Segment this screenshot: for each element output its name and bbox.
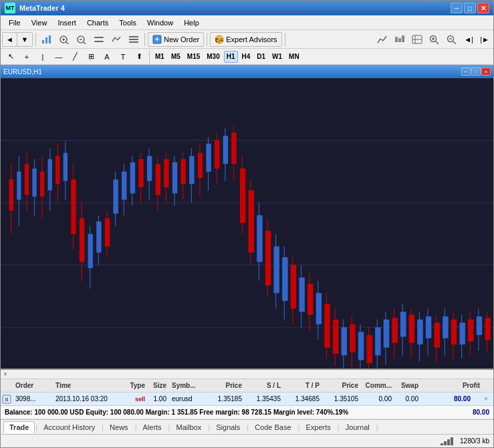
svg-rect-97 [231, 132, 236, 164]
order-sl: 1.35435 [245, 395, 283, 403]
menu-help[interactable]: Help [178, 17, 205, 28]
timeframe-d1[interactable]: D1 [254, 51, 268, 63]
expert-advisors-label: Expert Advisors [226, 35, 277, 43]
tab-journal[interactable]: Journal [340, 421, 376, 433]
terminal-close-icon[interactable]: × [3, 370, 7, 378]
svg-rect-79 [156, 164, 160, 195]
chart-scroll-button[interactable] [91, 32, 107, 47]
svg-rect-103 [257, 215, 262, 262]
timeframe-w1[interactable]: W1 [269, 51, 285, 63]
nav-down-button[interactable]: ▼ [17, 33, 32, 46]
svg-rect-69 [113, 179, 118, 213]
chart-wrapper: Terminal EURUSD,H1 ─ □ × [1, 65, 493, 368]
nav-left-button[interactable]: ◄ [3, 33, 17, 46]
svg-rect-61 [80, 219, 84, 262]
zoom-out-button2[interactable] [444, 32, 460, 47]
chart-max-btn[interactable]: □ [471, 68, 481, 76]
chart-zoom-out-button[interactable] [74, 32, 90, 47]
tab-account-history[interactable]: Account History [37, 421, 101, 433]
svg-line-8 [84, 42, 86, 44]
svg-rect-105 [265, 231, 271, 285]
order-close-button[interactable]: × [484, 395, 493, 403]
svg-line-36 [453, 41, 457, 44]
tab-news[interactable]: News [104, 421, 134, 433]
timeframe-mn[interactable]: MN [286, 51, 302, 63]
main-window: MT MetaTrader 4 ─ □ ✕ File View Insert C… [0, 0, 494, 448]
tab-experts[interactable]: Experts [299, 421, 336, 433]
crosshair-tool[interactable]: + [19, 49, 34, 64]
new-chart-button[interactable] [39, 32, 55, 47]
tab-trade[interactable]: Trade [3, 421, 35, 433]
svg-line-22 [378, 39, 380, 43]
timeframe-h4[interactable]: H4 [239, 51, 253, 63]
sep5 [149, 50, 150, 64]
terminal-close-bar: × [1, 370, 493, 379]
svg-rect-160 [441, 443, 443, 445]
total-profit: 80.00 [473, 409, 489, 416]
chart-min-btn[interactable]: ─ [461, 68, 471, 76]
main-content: Terminal EURUSD,H1 ─ □ × [1, 65, 493, 447]
tab-mailbox[interactable]: Mailbox [170, 421, 207, 433]
order-time: 2013.10.16 03:20 [53, 395, 126, 403]
menu-insert[interactable]: Insert [52, 17, 82, 28]
horizontal-line-tool[interactable]: — [51, 49, 66, 64]
maximize-button[interactable]: □ [464, 3, 476, 13]
title-bar: MT MetaTrader 4 ─ □ ✕ [1, 1, 493, 15]
order-commission: 0.00 [361, 395, 394, 403]
col-header-profit: Profit [421, 382, 493, 389]
chart-container[interactable]: EURUSD,H1 ─ □ × [1, 65, 493, 368]
menu-window[interactable]: Window [142, 17, 178, 28]
candlestick-chart[interactable] [1, 78, 493, 368]
forward-button[interactable]: |► [477, 32, 492, 47]
menu-view[interactable]: View [26, 17, 53, 28]
cursor-tool[interactable]: ↖ [3, 49, 18, 64]
svg-rect-115 [307, 284, 313, 315]
sep4 [285, 33, 285, 46]
back-button[interactable]: ◄| [461, 32, 476, 47]
col-header-sl: S / L [245, 382, 283, 389]
menu-file[interactable]: File [3, 17, 26, 28]
timeframe-m30[interactable]: M30 [204, 51, 222, 63]
svg-rect-131 [375, 328, 380, 356]
object-tool[interactable]: ⊞ [84, 49, 98, 64]
svg-rect-163 [451, 437, 453, 445]
text-tool[interactable]: A [100, 49, 114, 64]
new-order-button[interactable]: + New Order [148, 32, 204, 47]
chart-type-button[interactable] [108, 32, 124, 47]
order-current-price: 1.35105 [322, 395, 361, 403]
svg-rect-95 [223, 136, 228, 164]
col-header-price2: Price [322, 382, 361, 389]
tab-signals[interactable]: Signals [210, 421, 246, 433]
indicators2-button[interactable] [392, 32, 408, 47]
tab-code-base[interactable]: Code Base [249, 421, 297, 433]
indicators-button[interactable] [374, 32, 390, 47]
menu-charts[interactable]: Charts [82, 17, 114, 28]
menu-tools[interactable]: Tools [114, 17, 142, 28]
expert-advisors-button[interactable]: EA Expert Advisors [210, 32, 281, 47]
order-profit: 80.00 [421, 395, 484, 403]
arrow-tool[interactable]: ⬆ [132, 49, 146, 64]
chart-close-btn[interactable]: × [481, 68, 491, 76]
order-number: 3098... [13, 395, 53, 403]
minimize-button[interactable]: ─ [451, 3, 463, 13]
nav-group: ◄ ▼ [2, 32, 33, 47]
text2-tool[interactable]: T [116, 49, 130, 64]
tab-alerts[interactable]: Alerts [136, 421, 167, 433]
vertical-line-tool[interactable]: | [35, 49, 50, 64]
trendline-tool[interactable]: ╱ [68, 49, 82, 64]
timeframe-h1[interactable]: H1 [224, 51, 238, 63]
svg-line-32 [436, 41, 439, 44]
sep1 [35, 33, 36, 46]
close-button[interactable]: ✕ [477, 3, 489, 13]
period-button[interactable] [409, 32, 425, 47]
timeframe-m5[interactable]: M5 [168, 51, 183, 63]
timeframe-m15[interactable]: M15 [184, 51, 203, 63]
svg-text:+: + [155, 35, 159, 43]
svg-rect-155 [477, 316, 482, 335]
timeframe-m1[interactable]: M1 [152, 51, 167, 63]
svg-rect-117 [316, 293, 322, 324]
chart-props-button[interactable] [126, 32, 142, 47]
balance-text: Balance: 100 000.00 USD Equity: 100 080.… [5, 409, 473, 416]
zoom-in-button2[interactable] [426, 32, 443, 47]
chart-zoom-in-button[interactable] [56, 32, 72, 47]
